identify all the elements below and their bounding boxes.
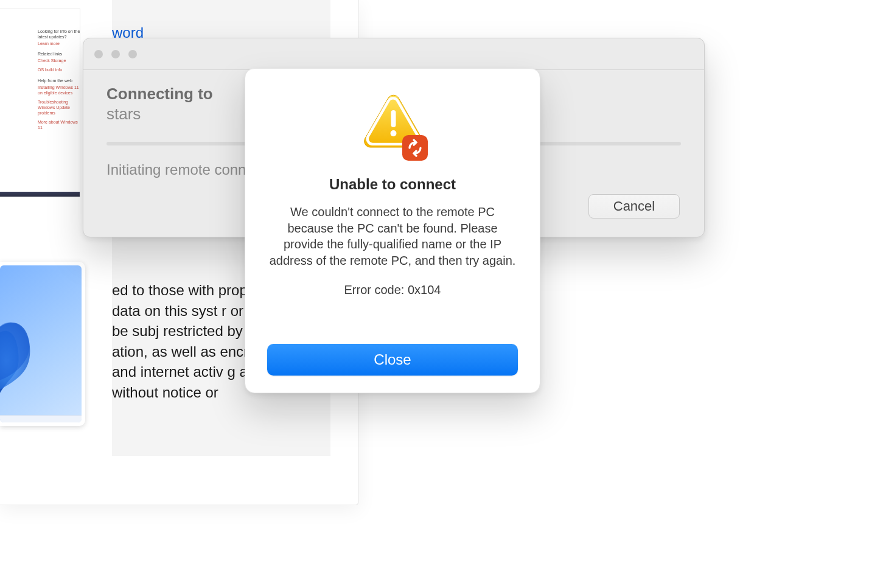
windows-desktop-thumbnail (0, 262, 85, 426)
remote-desktop-icon (402, 135, 428, 161)
window-traffic-lights[interactable] (94, 50, 137, 58)
close-button[interactable]: Close (267, 344, 518, 376)
bloom-icon (0, 265, 82, 419)
dialog-error-code: Error code: 0x104 (344, 283, 441, 297)
windows-settings-thumbnail: Looking for info on the latest updates? … (0, 9, 80, 197)
thumb-section-related: Related links (38, 51, 80, 57)
svg-rect-0 (391, 110, 396, 127)
thumb-taskbar (0, 192, 80, 197)
thumb-link-storage: Check Storage (38, 58, 80, 63)
thumb-link-more: More about Windows 11 (38, 119, 80, 130)
wallpaper-image (0, 265, 82, 422)
dialog-message: We couldn't connect to the remote PC bec… (267, 204, 518, 268)
thumb-link-install: Installing Windows 11 on eligible device… (38, 85, 80, 96)
svg-rect-2 (402, 135, 428, 161)
svg-point-1 (391, 130, 397, 136)
traffic-zoom-icon[interactable] (128, 50, 137, 58)
traffic-close-icon[interactable] (94, 50, 103, 58)
thumb-win11-taskbar (0, 415, 82, 422)
cancel-button[interactable]: Cancel (588, 194, 680, 219)
thumb-heading: Looking for info on the latest updates? (38, 29, 80, 40)
error-dialog: Unable to connect We couldn't connect to… (245, 68, 540, 393)
thumb-link-troubleshoot: Troubleshooting Windows Update problems (38, 99, 80, 116)
thumb-link-build: OS build info (38, 67, 80, 72)
window-titlebar (83, 38, 704, 70)
traffic-minimize-icon[interactable] (111, 50, 120, 58)
thumb-section-help: Help from the web (38, 78, 80, 83)
thumb-link-learn: Learn more (38, 41, 80, 46)
dialog-title: Unable to connect (329, 176, 456, 193)
warning-icon (359, 94, 426, 159)
